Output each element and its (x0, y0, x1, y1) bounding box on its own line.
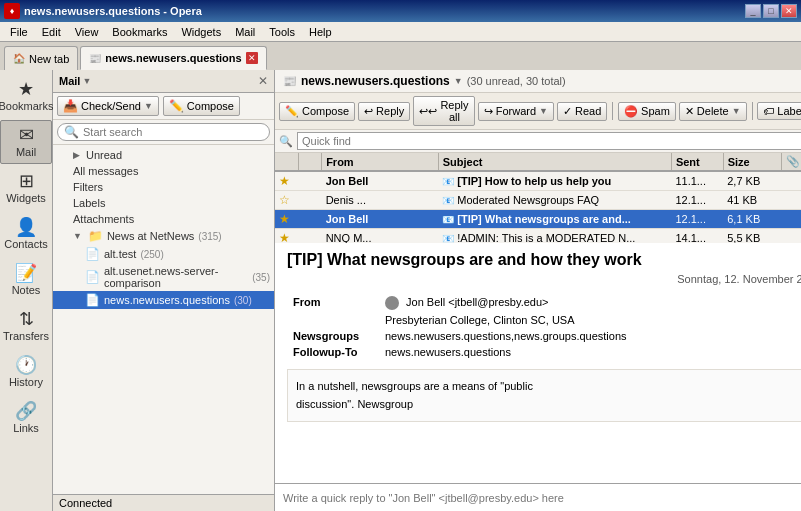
menu-mail[interactable]: Mail (229, 24, 261, 40)
from-cell: Denis ... (322, 191, 439, 210)
search-input[interactable] (83, 126, 263, 138)
star-cell[interactable]: ★ (275, 171, 298, 191)
tree-item-labels[interactable]: Labels (53, 195, 274, 211)
table-row[interactable]: ★ Jon Bell 📧 [TIP] What newsgroups are a… (275, 210, 801, 229)
table-row[interactable]: ★ Jon Bell 📧 [TIP] How to help us help y… (275, 171, 801, 191)
forward-label: Forward (496, 105, 536, 117)
menu-view[interactable]: View (69, 24, 105, 40)
toolbar-separator-2 (752, 102, 753, 120)
tree-label-nnq: news.newusers.questions (104, 294, 230, 306)
alt-usenet-count: (35) (252, 272, 270, 283)
tree-label-all-messages: All messages (73, 165, 138, 177)
minimize-button[interactable]: _ (745, 4, 761, 18)
table-row[interactable]: ☆ Denis ... 📧 Moderated Newsgroups FAQ 1… (275, 191, 801, 210)
col-flag[interactable] (298, 153, 321, 171)
mail-dropdown-arrow[interactable]: ▼ (82, 76, 91, 86)
from-cell: NNQ M... (322, 229, 439, 244)
reply-all-button[interactable]: ↩↩ Reply all (413, 96, 475, 126)
col-subject[interactable]: Subject (438, 153, 671, 171)
menu-bookmarks[interactable]: Bookmarks (106, 24, 173, 40)
left-status-bar: Connected (53, 494, 274, 511)
left-compose-button[interactable]: ✏️ Compose (163, 96, 240, 116)
sidebar-item-contacts[interactable]: 👤 Contacts (0, 212, 52, 256)
quick-find-input[interactable] (297, 132, 801, 150)
bookmarks-icon: ★ (18, 80, 34, 98)
sidebar-item-bookmarks[interactable]: ★ Bookmarks (0, 74, 52, 118)
spam-button[interactable]: ⛔ Spam (618, 102, 676, 121)
reply-icon: ↩ (364, 105, 373, 118)
sidebar-item-links[interactable]: 🔗 Links (0, 396, 52, 440)
body-line1: In a nutshell, newsgroups are a means of… (296, 380, 533, 392)
delete-button[interactable]: ✕ Delete ▼ (679, 102, 747, 121)
menu-widgets[interactable]: Widgets (175, 24, 227, 40)
forward-icon: ↪ (484, 105, 493, 118)
window-title: news.newusers.questions - Opera (24, 5, 202, 17)
tree-item-alt-usenet[interactable]: 📄 alt.usenet.news-server-comparison (35) (53, 263, 274, 291)
forward-button[interactable]: ↪ Forward ▼ (478, 102, 554, 121)
followupto-value: news.newusers.questions (381, 345, 801, 359)
col-size[interactable]: Size (723, 153, 781, 171)
reply-button[interactable]: ↩ Reply (358, 102, 410, 121)
sidebar-item-widgets[interactable]: ⊞ Widgets (0, 166, 52, 210)
tree-label-alt-usenet: alt.usenet.news-server-comparison (104, 265, 248, 289)
menu-help[interactable]: Help (303, 24, 338, 40)
folder-tree: ▶ Unread All messages Filters Labels Att… (53, 145, 274, 494)
status-text: Connected (59, 497, 112, 509)
expand-netnews-icon: ▼ (73, 231, 82, 241)
col-from[interactable]: From (322, 153, 439, 171)
tab-close-button[interactable]: ✕ (246, 52, 258, 64)
col-star[interactable] (275, 153, 298, 171)
followupto-label: Followup-To (289, 345, 379, 359)
newsgroup-count: (30 unread, 30 total) (467, 75, 566, 87)
panel-close-button[interactable]: ✕ (258, 74, 268, 88)
menu-tools[interactable]: Tools (263, 24, 301, 40)
compose-button[interactable]: ✏️ Compose (279, 102, 355, 121)
forward-arrow[interactable]: ▼ (539, 106, 548, 116)
close-button[interactable]: ✕ (781, 4, 797, 18)
sidebar-item-mail[interactable]: ✉ Mail (0, 120, 52, 164)
delete-label: Delete (697, 105, 729, 117)
from-cell: Jon Bell (322, 171, 439, 191)
menu-file[interactable]: File (4, 24, 34, 40)
size-cell: 5,5 KB (723, 229, 781, 244)
delete-arrow[interactable]: ▼ (732, 106, 741, 116)
sidebar-item-history[interactable]: 🕐 History (0, 350, 52, 394)
maximize-button[interactable]: □ (763, 4, 779, 18)
tab-newtab[interactable]: 🏠 New tab (4, 46, 78, 70)
tree-item-attachments[interactable]: Attachments (53, 211, 274, 227)
tree-label-labels: Labels (73, 197, 105, 209)
sidebar-transfers-label: Transfers (3, 330, 49, 342)
read-button[interactable]: ✓ Read (557, 102, 607, 121)
sidebar-item-notes[interactable]: 📝 Notes (0, 258, 52, 302)
check-send-arrow[interactable]: ▼ (144, 101, 153, 111)
star-cell[interactable]: ★ (275, 229, 298, 244)
menu-edit[interactable]: Edit (36, 24, 67, 40)
size-cell: 6,1 KB (723, 210, 781, 229)
subject-cell: 📧 !ADMIN: This is a MODERATED N... (438, 229, 671, 244)
tree-item-alt-test[interactable]: 📄 alt.test (250) (53, 245, 274, 263)
newsgroup-dropdown-arrow[interactable]: ▼ (454, 76, 463, 86)
col-sent[interactable]: Sent (671, 153, 723, 171)
sidebar-item-transfers[interactable]: ⇅ Transfers (0, 304, 52, 348)
tree-item-unread[interactable]: ▶ Unread (53, 147, 274, 163)
table-row[interactable]: ★ NNQ M... 📧 !ADMIN: This is a MODERATED… (275, 229, 801, 244)
right-toolbar: ✏️ Compose ↩ Reply ↩↩ Reply all ↪ Forwar… (275, 93, 801, 130)
flag-cell (298, 171, 321, 191)
tree-item-nnq[interactable]: 📄 news.newusers.questions (30) (53, 291, 274, 309)
tree-item-netnews[interactable]: ▼ 📁 News at NetNews (315) (53, 227, 274, 245)
tree-item-filters[interactable]: Filters (53, 179, 274, 195)
label-button[interactable]: 🏷 Label (757, 102, 801, 120)
read-label: Read (575, 105, 601, 117)
compose-icon: ✏️ (285, 105, 299, 118)
left-panel-header: Mail ▼ ✕ (53, 70, 274, 93)
size-cell: 41 KB (723, 191, 781, 210)
tab-newsgroup-label: news.newusers.questions (105, 52, 241, 64)
tab-newsgroup[interactable]: 📰 news.newusers.questions ✕ (80, 46, 266, 70)
quick-reply-input[interactable] (275, 484, 801, 511)
col-attach[interactable]: 📎 (782, 153, 801, 171)
star-cell[interactable]: ★ (275, 210, 298, 229)
sidebar-widgets-label: Widgets (6, 192, 46, 204)
tree-item-all-messages[interactable]: All messages (53, 163, 274, 179)
check-send-button[interactable]: 📥 Check/Send ▼ (57, 96, 159, 116)
star-cell[interactable]: ☆ (275, 191, 298, 210)
